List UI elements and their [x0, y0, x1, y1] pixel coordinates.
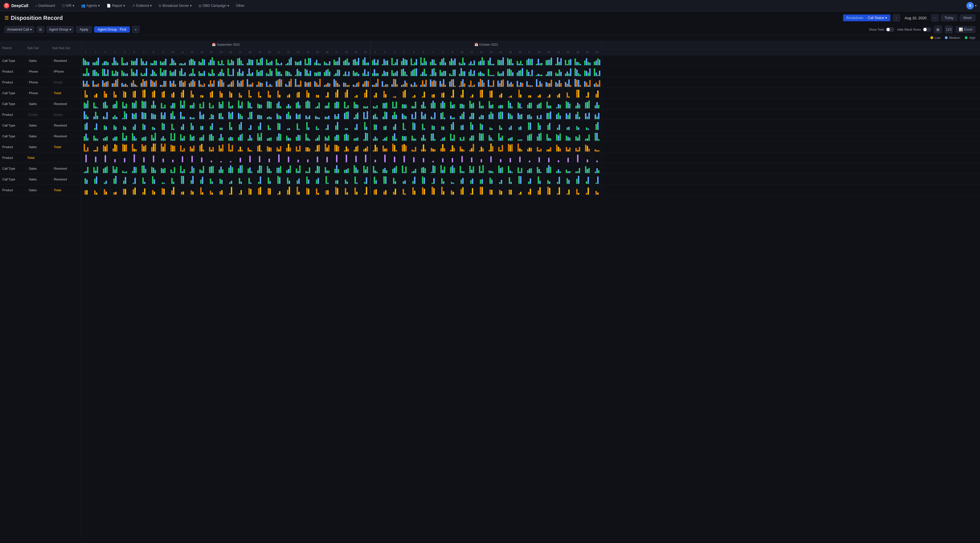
- chart-area: 📅 September 2022📅 October 20221234567891…: [81, 41, 980, 538]
- bar: [238, 168, 239, 173]
- bar: [549, 94, 550, 97]
- bar: [277, 168, 278, 173]
- bar: [268, 86, 269, 87]
- bar: [343, 61, 345, 65]
- nav-other[interactable]: Other: [233, 2, 247, 10]
- bar: [134, 103, 135, 108]
- apply-button[interactable]: Apply: [76, 26, 92, 33]
- bar: [560, 115, 561, 119]
- bar: [223, 73, 224, 76]
- bar: [131, 61, 132, 65]
- bar: [491, 75, 493, 76]
- bar-cell: [390, 99, 399, 108]
- bar: [162, 188, 163, 194]
- bar: [480, 72, 481, 76]
- chevron-icon: ›: [52, 135, 53, 138]
- bar: [83, 73, 84, 76]
- bar: [288, 112, 289, 119]
- bar: [355, 177, 356, 184]
- bar-cell: [178, 164, 188, 173]
- prev-date-button[interactable]: ‹: [892, 14, 900, 22]
- today-button[interactable]: Today: [941, 14, 957, 21]
- filter-field2[interactable]: Agent Group ▾: [46, 26, 74, 33]
- bar: [278, 102, 280, 108]
- nav-dashboard[interactable]: ⌂ Dashboard: [32, 2, 58, 10]
- day-header: 8: [149, 49, 159, 55]
- bar: [346, 169, 347, 173]
- filter-operator[interactable]: is: [37, 26, 44, 33]
- bar-cell: [448, 88, 457, 97]
- bar: [441, 72, 443, 76]
- bar: [499, 73, 501, 76]
- bar-cell: [486, 142, 496, 151]
- bar: [374, 85, 375, 87]
- bar-cell: [255, 110, 264, 119]
- bar: [520, 176, 522, 184]
- bar: [363, 73, 364, 76]
- bar-cell: [535, 185, 544, 194]
- bar-cell: [149, 131, 159, 141]
- nav-broadcast[interactable]: ⊙ Broadcast Server ▾: [156, 2, 194, 10]
- bar: [221, 60, 223, 65]
- bar-cell: [535, 110, 544, 119]
- show-total-toggle[interactable]: [886, 27, 894, 32]
- bar: [277, 193, 279, 194]
- bar: [102, 68, 103, 76]
- bar: [363, 84, 364, 87]
- bar-cell: [438, 99, 448, 108]
- bar-cell: [428, 99, 438, 108]
- nav-report[interactable]: 📄 Report ▾: [104, 2, 128, 10]
- agent-group-tag[interactable]: Agent Group : First: [94, 26, 130, 33]
- bar-cell: [207, 164, 216, 173]
- bar: [464, 71, 465, 76]
- bar: [269, 95, 271, 97]
- bar-cell: [81, 153, 91, 162]
- bar: [441, 84, 443, 87]
- hide-blank-toggle[interactable]: [923, 27, 931, 32]
- number-view-button[interactable]: 123: [945, 25, 953, 33]
- bar: [285, 84, 287, 87]
- chart-view-button[interactable]: ▦: [934, 25, 942, 33]
- bar: [182, 138, 183, 141]
- bar: [165, 59, 167, 65]
- breakdown-button[interactable]: Breakdown : Call Status ▾: [843, 14, 890, 21]
- bar: [482, 105, 484, 108]
- bar-cell: [371, 185, 380, 194]
- bar: [480, 187, 481, 194]
- excel-export-button[interactable]: 📊 Excel: [956, 26, 975, 33]
- avatar[interactable]: S: [966, 2, 974, 10]
- bar: [231, 93, 232, 97]
- week-button[interactable]: Week: [959, 14, 975, 21]
- filter-field1[interactable]: Answered Call ▾: [5, 26, 34, 33]
- bar-cell: [81, 175, 91, 184]
- bar: [444, 148, 445, 151]
- bar: [569, 171, 571, 173]
- bar: [142, 61, 144, 65]
- bar: [393, 79, 395, 87]
- nav-agents[interactable]: 👥 Agents ▾: [78, 2, 103, 10]
- next-date-button[interactable]: ›: [931, 14, 939, 22]
- bar: [152, 176, 153, 184]
- bar: [338, 102, 339, 108]
- bar: [558, 169, 559, 173]
- add-filter-button[interactable]: +: [132, 26, 140, 33]
- bar: [474, 70, 475, 76]
- bar: [377, 60, 379, 65]
- bar: [170, 113, 172, 119]
- bar: [277, 123, 279, 130]
- avatar-chevron[interactable]: ▾: [975, 4, 977, 8]
- logo[interactable]: DeepCall: [3, 3, 29, 9]
- nav-obd[interactable]: ◎ OBD Campaign ▾: [196, 2, 232, 10]
- bar: [587, 85, 589, 87]
- bar: [104, 61, 105, 65]
- bar: [356, 192, 358, 194]
- bar: [405, 104, 407, 108]
- bar-cell: [496, 131, 506, 141]
- bar: [357, 170, 358, 173]
- nav-outbond[interactable]: ↗ Outbond ▾: [129, 2, 154, 10]
- bar: [575, 148, 577, 151]
- bar: [539, 63, 541, 65]
- bar: [365, 133, 366, 141]
- bar: [385, 94, 387, 97]
- nav-ivr[interactable]: ⬡ IVR ▾: [59, 2, 77, 10]
